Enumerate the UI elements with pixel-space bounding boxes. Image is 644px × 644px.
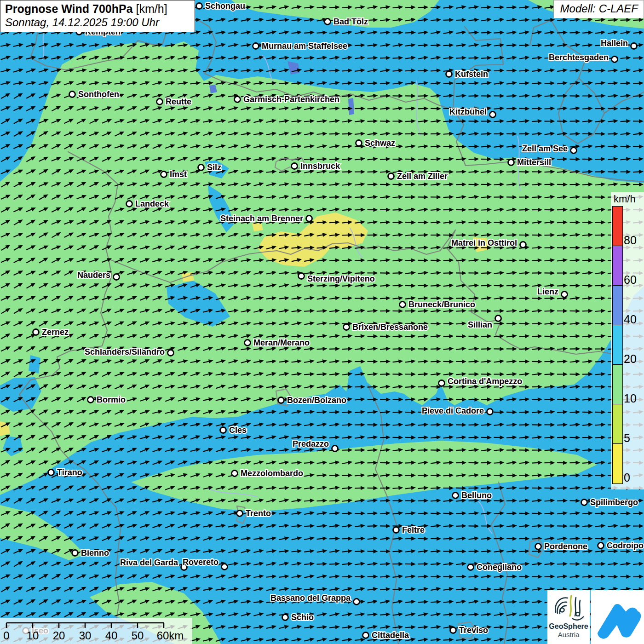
city-marker <box>468 564 474 570</box>
legend-tick-label: 0 <box>624 471 630 484</box>
city-marker <box>612 57 618 63</box>
city-label: Kufstein <box>455 69 488 79</box>
city-label: Codroipo <box>607 541 644 550</box>
city-marker <box>453 493 459 499</box>
city-marker <box>446 71 452 77</box>
scale-tick-label: 0 <box>3 629 9 642</box>
city-label: Bassano del Grappa <box>270 593 351 603</box>
city-marker <box>520 242 526 248</box>
city-label: Pordenone <box>544 542 587 551</box>
city-marker <box>245 340 251 346</box>
legend-segment <box>613 207 622 246</box>
city-marker <box>198 165 204 171</box>
city-marker <box>450 627 456 633</box>
city-label: Belluno <box>461 491 492 500</box>
weather-map: SchongauBad TölzKemptenMurnau am Staffel… <box>0 0 644 644</box>
city-marker <box>299 273 305 279</box>
city-label: Schlanders/Silandro <box>85 347 165 356</box>
geosphere-logo-icon <box>547 590 590 621</box>
city-label: Kitzbühel <box>449 107 487 116</box>
scale-tick-label: 20 <box>53 629 65 642</box>
city-marker <box>363 632 369 638</box>
city-marker <box>490 112 496 118</box>
scale-tick-label: 40 <box>105 629 118 642</box>
city-marker <box>72 550 78 556</box>
city-marker <box>48 470 54 476</box>
city-label: Zernez <box>42 328 69 337</box>
city-marker <box>33 329 39 335</box>
mountain-cloud-logo-icon <box>591 590 644 644</box>
city-label: Nauders <box>77 270 110 280</box>
city-label: Zell am Ziller <box>397 172 448 181</box>
city-label: Sillian <box>468 320 492 329</box>
city-marker <box>220 427 226 433</box>
wind-forecast-map-page: SchongauBad TölzKemptenMurnau am Staffel… <box>0 0 644 644</box>
city-marker <box>354 599 360 605</box>
city-marker <box>487 409 493 415</box>
city-label: Zell am See <box>522 144 568 153</box>
city-marker <box>237 511 243 517</box>
city-label: Riva del Garda <box>120 558 178 567</box>
city-label: Steinach am Brenner <box>220 214 303 223</box>
city-marker <box>631 43 637 49</box>
city-label: Conegliano <box>477 563 522 572</box>
city-label: Tirano <box>57 468 82 477</box>
city-label: Schongau <box>205 1 245 11</box>
city-label: Mezzolombardo <box>241 469 303 478</box>
scale-tick-label: 60km <box>157 629 184 642</box>
lake-achensee <box>348 98 354 115</box>
city-label: Landeck <box>135 199 169 208</box>
legend-tick-label: 60 <box>624 273 637 287</box>
city-label: Mittersill <box>517 158 551 167</box>
legend-segment <box>613 404 622 444</box>
city-label: Matrei in Osttirol <box>451 238 517 247</box>
city-label: Schwaz <box>365 138 395 148</box>
legend-unit-label: km/h <box>614 193 636 205</box>
city-label: Brixen/Bressanone <box>352 322 428 332</box>
city-label: Murnau am Staffelsee <box>262 41 347 51</box>
city-label: Lienz <box>537 287 558 296</box>
city-marker <box>157 99 163 105</box>
city-label: Imst <box>170 170 187 179</box>
legend-segment <box>613 286 622 325</box>
city-label: Rovereto <box>183 558 218 567</box>
city-marker <box>325 19 331 25</box>
city-label: Treviso <box>459 626 488 635</box>
city-marker <box>388 173 394 179</box>
title-box: Prognose Wind 700hPa [km/h] Sonntag, 14.… <box>0 0 195 32</box>
city-marker <box>235 97 241 103</box>
legend-tick-label: 20 <box>624 352 637 366</box>
geosphere-logo: GeoSphere Austria <box>547 590 590 644</box>
map-scale-bar: 0102030405060km <box>0 618 192 644</box>
city-marker <box>114 274 120 280</box>
city-marker <box>344 324 350 330</box>
city-label: Sonthofen <box>78 90 119 99</box>
city-marker <box>495 316 501 322</box>
mountain-cloud-logo <box>591 590 644 644</box>
map-subtitle: Sonntag, 14.12.2025 19:00 Uhr <box>5 16 190 29</box>
city-label: Meran/Merano <box>253 338 310 347</box>
wind-speed-legend: km/h 806040201050 <box>611 192 644 489</box>
city-marker <box>535 544 541 550</box>
scale-tick-label: 30 <box>79 629 92 642</box>
legend-tick-label: 5 <box>624 431 630 445</box>
city-marker <box>88 397 94 403</box>
city-label: Predazzo <box>293 439 329 448</box>
legend-tick-label: 80 <box>624 234 637 247</box>
city-marker <box>562 292 568 298</box>
legend-segment <box>613 246 622 286</box>
city-label: Bruneck/Brunico <box>408 300 475 309</box>
city-marker <box>161 172 167 178</box>
city-marker <box>598 543 604 549</box>
scale-ruler: 0102030405060km <box>0 618 192 644</box>
city-marker <box>196 3 202 9</box>
map-title: Prognose Wind 700hPa [km/h] <box>5 2 190 16</box>
city-label: Pieve di Cadore <box>422 406 484 415</box>
city-marker <box>508 160 514 166</box>
city-marker <box>232 471 238 477</box>
legend-tick-label: 40 <box>624 313 637 326</box>
legend-segment <box>613 365 622 404</box>
city-marker <box>571 148 577 154</box>
city-marker <box>168 350 174 356</box>
city-marker <box>292 163 298 169</box>
